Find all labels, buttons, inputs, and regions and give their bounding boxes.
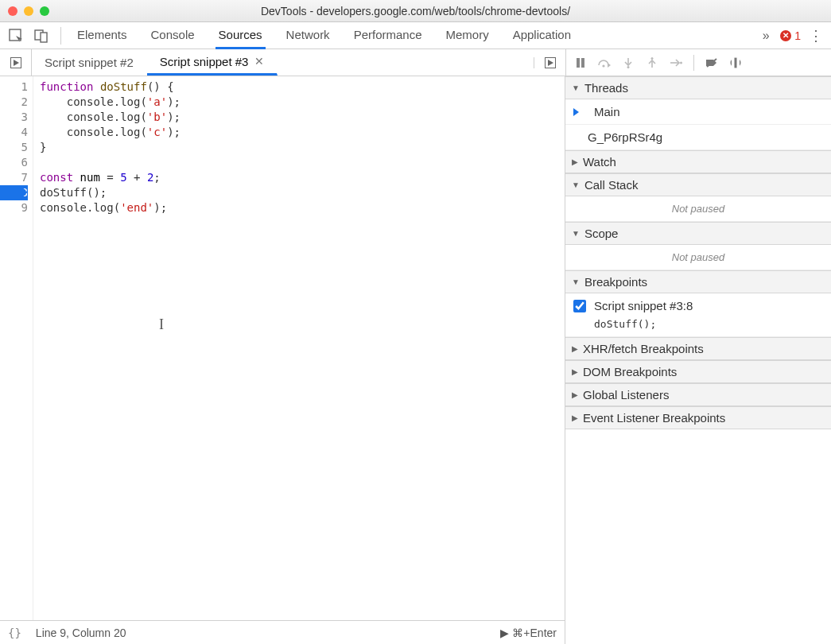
breakpoint-label: Script snippet #3:8 (594, 299, 693, 312)
section-label: DOM Breakpoints (583, 365, 677, 378)
devtools-toolbar: ElementsConsoleSourcesNetworkPerformance… (0, 22, 831, 49)
code-line[interactable]: } (40, 140, 181, 155)
chevron-right-icon: ▶ (572, 344, 578, 353)
chevron-down-icon: ▼ (572, 83, 580, 92)
svg-rect-5 (577, 58, 580, 68)
code-line[interactable]: console.log('end'); (40, 200, 181, 215)
cursor-position: Line 9, Column 20 (36, 627, 126, 639)
file-tab-label: Script snippet #3 (160, 55, 249, 68)
line-number[interactable]: 1 (0, 80, 28, 95)
line-number[interactable]: 8 (0, 185, 28, 200)
tab-memory[interactable]: Memory (443, 22, 492, 49)
code-line[interactable]: doStuff(); (40, 185, 181, 200)
pause-button[interactable] (573, 55, 588, 71)
line-number[interactable]: 2 (0, 95, 28, 110)
threads-section-header[interactable]: ▼ Threads (565, 76, 831, 99)
call-stack-section-header[interactable]: ▼ Call Stack (565, 173, 831, 196)
chevron-right-icon: ▶ (572, 390, 578, 399)
svg-rect-14 (737, 58, 740, 68)
code-line[interactable]: function doStuff() { (40, 80, 181, 95)
line-gutter[interactable]: 123456789 (0, 76, 33, 620)
code-content[interactable]: function doStuff() { console.log('a'); c… (33, 76, 181, 620)
text-cursor-icon: I (159, 316, 164, 333)
code-line[interactable]: console.log('b'); (40, 110, 181, 125)
close-tab-icon[interactable]: ✕ (254, 55, 264, 68)
chevron-down-icon: ▼ (572, 229, 580, 238)
tab-application[interactable]: Application (510, 22, 574, 49)
scope-empty: Not paused (565, 245, 831, 270)
minimize-window-button[interactable] (24, 6, 33, 16)
close-window-button[interactable] (8, 6, 17, 16)
svg-rect-13 (732, 58, 735, 68)
step-button[interactable] (668, 55, 684, 71)
panel-tabs: ElementsConsoleSourcesNetworkPerformance… (74, 22, 751, 49)
step-out-button[interactable] (644, 55, 660, 71)
maximize-window-button[interactable] (40, 6, 49, 16)
thread-row[interactable]: G_P6rpRSr4g (565, 125, 831, 150)
device-toolbar-icon[interactable] (30, 25, 52, 47)
breakpoint-row[interactable]: Script snippet #3:8 (565, 293, 831, 318)
tab-console[interactable]: Console (148, 22, 198, 49)
navigator-toggle-icon[interactable] (0, 49, 32, 76)
step-into-button[interactable] (620, 55, 636, 71)
chevron-down-icon: ▼ (572, 180, 580, 189)
file-tab-label: Script snippet #2 (45, 56, 134, 69)
tab-elements[interactable]: Elements (74, 22, 130, 49)
pause-on-exceptions-button[interactable] (728, 55, 744, 71)
section-label: Watch (583, 155, 616, 169)
chevron-down-icon: ▼ (572, 277, 580, 286)
section-label: Threads (584, 81, 628, 95)
breakpoints-section-header[interactable]: ▼ Breakpoints (565, 270, 831, 293)
settings-menu-icon[interactable]: ⋮ (809, 27, 823, 45)
code-editor[interactable]: 123456789 function doStuff() { console.l… (0, 76, 565, 620)
tab-network[interactable]: Network (283, 22, 333, 49)
global-listeners-section-header[interactable]: ▶ Global Listeners (565, 383, 831, 406)
run-shortcut-label: ⌘+Enter (512, 627, 557, 639)
scope-section-header[interactable]: ▼ Scope (565, 222, 831, 245)
error-icon: ✕ (780, 30, 791, 41)
line-number[interactable]: 3 (0, 110, 28, 125)
section-label: Breakpoints (584, 275, 647, 289)
window-controls (8, 6, 49, 16)
thread-row[interactable]: Main (565, 99, 831, 125)
svg-rect-2 (41, 33, 47, 42)
tab-performance[interactable]: Performance (351, 22, 425, 49)
play-icon: ▶ (500, 627, 509, 639)
line-number[interactable]: 4 (0, 125, 28, 140)
code-line[interactable]: console.log('c'); (40, 125, 181, 140)
error-count: 1 (794, 29, 801, 42)
overflow-tabs-button[interactable]: » (755, 25, 777, 47)
call-stack-empty: Not paused (565, 196, 831, 222)
watch-section-header[interactable]: ▶ Watch (565, 150, 831, 173)
step-over-button[interactable] (596, 55, 612, 71)
code-line[interactable]: const num = 5 + 2; (40, 170, 181, 185)
deactivate-breakpoints-button[interactable] (704, 55, 720, 71)
separator (693, 55, 694, 71)
dom-breakpoints-section-header[interactable]: ▶ DOM Breakpoints (565, 360, 831, 383)
svg-point-9 (651, 57, 654, 60)
file-tab[interactable]: Script snippet #3✕ (147, 49, 278, 76)
event-listener-breakpoints-section-header[interactable]: ▶ Event Listener Breakpoints (565, 406, 831, 429)
line-number[interactable]: 7 (0, 170, 28, 185)
section-label: XHR/fetch Breakpoints (583, 342, 704, 355)
file-tab[interactable]: Script snippet #2 (32, 49, 147, 76)
file-tabbar: Script snippet #2Script snippet #3✕ (0, 49, 565, 76)
inspect-element-icon[interactable] (5, 25, 27, 47)
chevron-right-icon: ▶ (572, 367, 578, 376)
xhr-breakpoints-section-header[interactable]: ▶ XHR/fetch Breakpoints (565, 337, 831, 360)
run-snippet-button[interactable]: ▶ ⌘+Enter (500, 627, 557, 639)
tab-sources[interactable]: Sources (216, 22, 266, 49)
code-line[interactable] (40, 155, 181, 170)
svg-point-10 (680, 61, 682, 64)
code-line[interactable]: console.log('a'); (40, 95, 181, 110)
line-number[interactable]: 9 (0, 200, 28, 215)
format-braces-icon[interactable]: {} (8, 627, 21, 639)
line-number[interactable]: 6 (0, 155, 28, 170)
line-number[interactable]: 5 (0, 140, 28, 155)
debugger-toggle-icon[interactable] (534, 57, 565, 68)
error-count-badge[interactable]: ✕ 1 (780, 29, 801, 42)
window-title: DevTools - developers.google.com/web/too… (0, 5, 831, 17)
breakpoint-code: doStuff(); (565, 318, 831, 337)
breakpoint-checkbox[interactable] (573, 300, 586, 312)
section-label: Call Stack (584, 178, 639, 192)
